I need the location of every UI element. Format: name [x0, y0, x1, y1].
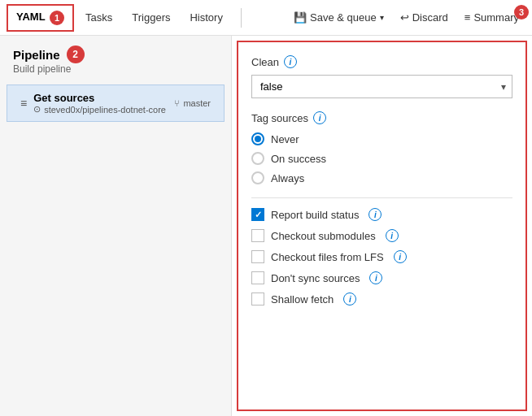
radio-never-circle: [251, 132, 264, 145]
checkbox-group: ✓ Report build status i Checkout submodu…: [251, 208, 512, 306]
checkbox-shallow-fetch-label: Shallow fetch: [271, 293, 334, 306]
checkout-lfs-info-icon[interactable]: i: [394, 250, 407, 263]
pipeline-subtitle: Build pipeline: [13, 63, 218, 75]
tab-history[interactable]: History: [181, 6, 230, 28]
main-layout: Pipeline 2 Build pipeline ≡ Get sources …: [0, 36, 532, 416]
summary-label: Summary: [473, 11, 519, 24]
radio-always-circle: [251, 171, 264, 184]
checkbox-checkout-submodules-box: [251, 229, 264, 242]
radio-never[interactable]: Never: [251, 132, 512, 145]
checkbox-checkout-lfs[interactable]: Checkout files from LFS i: [251, 250, 512, 263]
pipeline-title: Pipeline: [13, 48, 60, 62]
radio-on-success[interactable]: On success: [251, 152, 512, 165]
checkbox-dont-sync[interactable]: Don't sync sources i: [251, 271, 512, 284]
menu-icon: ≡: [464, 11, 471, 24]
checkbox-shallow-fetch[interactable]: Shallow fetch i: [251, 292, 512, 306]
save-queue-label: Save & queue: [310, 11, 377, 24]
tab-yaml-label: YAML: [16, 11, 45, 23]
tag-sources-section: Tag sources i: [251, 111, 512, 124]
dont-sync-info-icon[interactable]: i: [369, 271, 382, 284]
clean-section-label: Clean i: [251, 55, 512, 68]
clean-select-wrapper: false true ▾: [251, 75, 512, 98]
left-panel: Pipeline 2 Build pipeline ≡ Get sources …: [0, 36, 232, 416]
radio-on-success-circle: [251, 152, 264, 165]
save-icon: 💾: [294, 11, 307, 24]
source-item[interactable]: ≡ Get sources ⊙ steved0x/pipelines-dotne…: [7, 84, 225, 122]
clean-info-icon[interactable]: i: [284, 55, 297, 68]
checkbox-checkout-submodules[interactable]: Checkout submodules i: [251, 229, 512, 242]
radio-never-inner: [255, 136, 261, 142]
tag-sources-label: Tag sources: [251, 112, 308, 124]
nav-actions: 💾 Save & queue ▾ ↩ Discard ≡ Summary 3: [287, 8, 525, 27]
tab-yaml[interactable]: YAML 1: [7, 4, 74, 32]
save-queue-button[interactable]: 💾 Save & queue ▾: [287, 8, 390, 27]
shallow-fetch-info-icon[interactable]: i: [343, 292, 356, 306]
source-item-name: Get sources: [33, 92, 168, 104]
tab-tasks[interactable]: Tasks: [77, 6, 120, 28]
tab-history-label: History: [190, 11, 222, 24]
repo-path: steved0x/pipelines-dotnet-core: [44, 105, 166, 115]
checkbox-dont-sync-box: [251, 271, 264, 284]
discard-button[interactable]: ↩ Discard: [394, 8, 455, 27]
radio-always-label: Always: [271, 172, 304, 184]
clean-select[interactable]: false true: [251, 75, 512, 98]
source-item-repo: ⊙ steved0x/pipelines-dotnet-core: [33, 104, 168, 115]
branch-icon: ⑂: [174, 98, 180, 108]
radio-never-label: Never: [271, 133, 299, 145]
right-panel: Clean i false true ▾ Tag sources i Never: [237, 41, 527, 411]
checkbox-check-icon: ✓: [255, 210, 262, 220]
checkbox-report-build-status-label: Report build status: [271, 209, 359, 221]
checkbox-checkout-lfs-box: [251, 250, 264, 263]
undo-icon: ↩: [400, 11, 409, 24]
pipeline-info: Pipeline 2 Build pipeline: [0, 46, 231, 84]
summary-badge: 3: [514, 5, 529, 20]
yaml-badge: 1: [50, 11, 64, 25]
tab-triggers[interactable]: Triggers: [124, 6, 178, 28]
tab-tasks-label: Tasks: [85, 11, 112, 24]
tag-sources-radio-group: Never On success Always: [251, 132, 512, 184]
source-item-content: Get sources ⊙ steved0x/pipelines-dotnet-…: [33, 92, 168, 115]
checkout-submodules-info-icon[interactable]: i: [386, 229, 399, 242]
pipeline-badge: 2: [67, 46, 85, 63]
repo-icon: ⊙: [33, 104, 41, 115]
clean-label: Clean: [251, 56, 279, 68]
dropdown-chevron: ▾: [380, 13, 384, 22]
radio-on-success-label: On success: [271, 153, 326, 165]
branch-info: ⑂ master: [174, 98, 211, 108]
source-icon: ≡: [20, 97, 27, 110]
checkbox-report-build-status[interactable]: ✓ Report build status i: [251, 208, 512, 221]
tag-sources-info-icon[interactable]: i: [313, 111, 326, 124]
nav-divider: [241, 8, 242, 28]
discard-label: Discard: [412, 11, 448, 24]
checkbox-checkout-submodules-label: Checkout submodules: [271, 230, 376, 242]
checkbox-shallow-fetch-box: [251, 292, 264, 306]
radio-always[interactable]: Always: [251, 171, 512, 184]
checkbox-dont-sync-label: Don't sync sources: [271, 272, 360, 284]
checkbox-checkout-lfs-label: Checkout files from LFS: [271, 251, 384, 263]
branch-name: master: [183, 98, 211, 108]
checkbox-report-build-status-box: ✓: [251, 208, 264, 221]
top-nav: YAML 1 Tasks Triggers History 💾 Save & q…: [0, 0, 532, 36]
summary-button[interactable]: ≡ Summary 3: [458, 8, 525, 27]
divider: [251, 197, 512, 198]
report-build-info-icon[interactable]: i: [368, 208, 382, 221]
tab-triggers-label: Triggers: [132, 11, 170, 24]
